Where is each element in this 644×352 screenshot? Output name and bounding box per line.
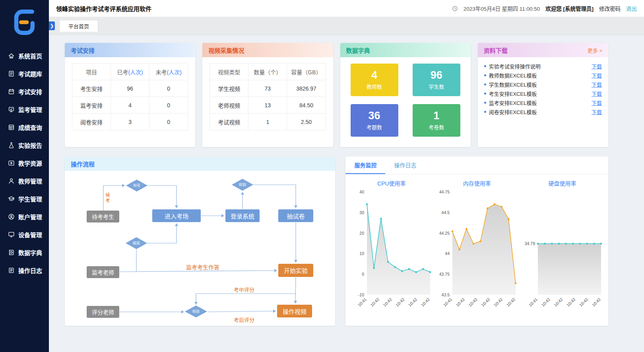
- video-capture-table: 视频类型 数量（个） 容量（GB） 学生视频 73 38: [209, 63, 326, 130]
- download-name: 实验考试安排操作说明: [489, 62, 592, 70]
- sidebar-collapse-button[interactable]: ❯: [49, 21, 55, 30]
- download-name: 监考安排EXCEL模板: [489, 99, 592, 106]
- col-header-item: 项目: [72, 64, 111, 80]
- table-row: 考生安排 96 0: [72, 80, 188, 97]
- svg-text:44.5: 44.5: [442, 210, 450, 215]
- pending-count: 0: [149, 97, 188, 114]
- video-size: 2.50: [287, 114, 326, 130]
- flow-node-waiting: 待考考生: [87, 211, 119, 222]
- video-capture-card: 视频采集情况 视频类型 数量（个） 容量（GB）: [202, 43, 333, 147]
- tab-platform-home[interactable]: 平台首页: [59, 20, 98, 32]
- download-link[interactable]: 下载: [592, 62, 602, 70]
- sidebar-item[interactable]: 系统首页: [0, 47, 49, 65]
- svg-text:校验: 校验: [239, 182, 246, 187]
- download-link[interactable]: 下载: [592, 90, 602, 97]
- download-link[interactable]: 下载: [592, 99, 602, 106]
- sidebar-item-label: 设备管理: [18, 230, 42, 239]
- svg-text:30: 30: [360, 210, 365, 215]
- flow-diamond-call: 叫号: [126, 180, 147, 191]
- sidebar-item-label: 教师管理: [18, 177, 42, 185]
- sidebar-item-label: 学生管理: [18, 195, 42, 203]
- flow-label-standby: 候考: [104, 193, 111, 204]
- cpu-usage-chart: CPU使用率 403020100-1010:4110:4210:4210:421…: [349, 176, 434, 326]
- sidebar-item[interactable]: 学生管理: [0, 190, 49, 208]
- downloads-card: 资料下载 更多 > 实验考试安排操作说明 下载: [478, 43, 608, 147]
- sidebar-item-label: 考试安排: [18, 87, 42, 96]
- row-name: 阅卷安排: [72, 114, 111, 130]
- exam-arrangement-table: 项目 已考(人次) 未考(人次) 考生安排 96 0: [72, 63, 188, 130]
- flow-node-login: 登录系统: [225, 209, 260, 222]
- done-count-link[interactable]: 4: [111, 97, 149, 114]
- tab-operation-log[interactable]: 操作日志: [385, 157, 425, 174]
- svg-text:10:42: 10:42: [493, 297, 504, 308]
- bullet-icon: [484, 102, 486, 104]
- disk-usage-chart: 硬盘使用率 34.7910:4110:4210:4210:4210:4210:4…: [520, 176, 605, 326]
- download-name: 考生安排EXCEL模板: [489, 90, 592, 97]
- sidebar-item[interactable]: 监考管理: [0, 101, 49, 118]
- table-row: 阅卷安排 3 0: [72, 114, 188, 130]
- stat-tile: 36 考题数: [351, 104, 398, 137]
- right-pane: 领峰实验操作考试考评系统应用软件 2023年05月4日 星期四 11:00:50…: [49, 0, 644, 352]
- account-icon: [8, 213, 15, 220]
- chart-title-memory: 内存使用率: [434, 179, 520, 187]
- svg-text:校验: 校验: [192, 309, 200, 313]
- invigilate-icon: [8, 106, 15, 113]
- change-password-link[interactable]: 修改密码: [599, 4, 621, 12]
- download-list: 实验考试安排操作说明 下载 教师数据EXCEL模板 下载: [478, 57, 608, 121]
- sidebar-item[interactable]: 成绩查询: [0, 118, 49, 136]
- svg-text:10:42: 10:42: [467, 297, 478, 308]
- sidebar-item[interactable]: 实验报告: [0, 136, 49, 154]
- col-header-pending: 未考(人次): [149, 64, 188, 80]
- video-size: 3826.97: [287, 80, 326, 97]
- flow-node-invigilator: 监考老师: [87, 266, 119, 278]
- svg-text:10:42: 10:42: [407, 297, 418, 308]
- logs-icon: [8, 267, 15, 274]
- sidebar-item[interactable]: 考试题库: [0, 65, 49, 83]
- sidebar-item-label: 操作日志: [18, 266, 42, 275]
- col-header-count: 数量（个）: [248, 64, 287, 80]
- memory-usage-chart: 内存使用率 44.7544.544.254443.7543.510:4110:4…: [434, 176, 520, 326]
- svg-text:10:42: 10:42: [370, 297, 380, 308]
- svg-text:-10: -10: [358, 292, 364, 297]
- download-link[interactable]: 下载: [592, 108, 602, 116]
- svg-text:10:41: 10:41: [357, 297, 368, 308]
- video-count: 13: [248, 97, 287, 114]
- download-item: 实验考试安排操作说明 下载: [484, 62, 602, 71]
- flow-node-draw: 抽试卷: [278, 209, 313, 222]
- sidebar-item[interactable]: 教学资源: [0, 154, 49, 172]
- svg-text:34.79: 34.79: [525, 241, 535, 246]
- sidebar-item[interactable]: 考试安排: [0, 83, 49, 101]
- app-logo: [0, 0, 49, 47]
- svg-text:40: 40: [360, 190, 365, 194]
- more-link[interactable]: 更多 >: [588, 46, 602, 54]
- table-row: 监考安排 4 0: [72, 97, 188, 114]
- flow-label-mid-score: 考中评分: [234, 286, 254, 293]
- tab-service-monitor[interactable]: 服务监控: [345, 157, 385, 174]
- svg-text:44.25: 44.25: [439, 231, 450, 236]
- sidebar-item[interactable]: 数据字典: [0, 244, 49, 261]
- svg-text:核验: 核验: [133, 241, 140, 245]
- student-icon: [8, 195, 15, 202]
- card-title: 资料下载: [484, 46, 508, 54]
- logout-link[interactable]: 退出: [626, 4, 637, 12]
- sidebar-item[interactable]: 操作日志: [0, 261, 49, 279]
- done-count-link[interactable]: 96: [111, 80, 149, 97]
- flow-diamond-verify-bottom: 校验: [185, 306, 207, 317]
- download-item: 教师数据EXCEL模板 下载: [484, 71, 602, 80]
- done-count-link[interactable]: 3: [111, 114, 149, 130]
- stat-value: 1: [433, 110, 439, 122]
- svg-text:10:42: 10:42: [455, 297, 466, 308]
- stat-label: 考卷数: [429, 123, 444, 131]
- download-link[interactable]: 下载: [592, 81, 602, 88]
- stat-label: 教师数: [367, 83, 382, 90]
- sidebar-item[interactable]: 教师管理: [0, 172, 49, 190]
- svg-text:10:42: 10:42: [395, 297, 405, 308]
- sidebar-item[interactable]: 账户管理: [0, 208, 49, 226]
- row-name: 学生视频: [210, 80, 248, 97]
- scores-icon: [8, 124, 15, 131]
- svg-text:20: 20: [360, 231, 365, 236]
- flow-node-start: 开始实验: [278, 264, 313, 277]
- stat-tiles: 4 教师数 96 学生数 36 考题数: [340, 57, 471, 143]
- download-link[interactable]: 下载: [592, 72, 602, 79]
- sidebar-item[interactable]: 设备管理: [0, 226, 49, 244]
